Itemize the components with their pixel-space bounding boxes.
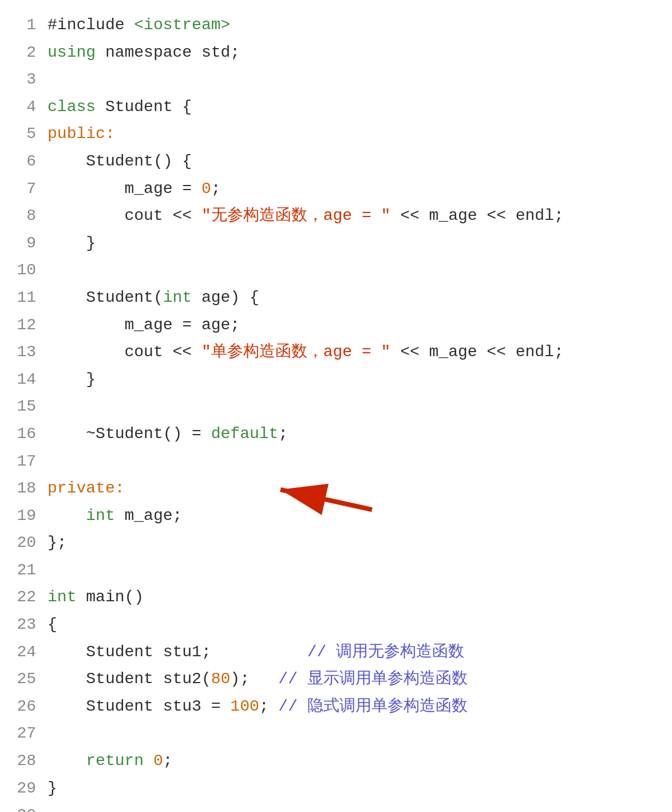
code-line: 10: [11, 257, 655, 284]
line-code: private:: [48, 475, 655, 502]
line-number: 24: [11, 638, 48, 666]
code-line: 14 }: [11, 366, 655, 393]
code-line: 24 Student stu1; // 调用无参构造函数: [11, 638, 655, 666]
line-code: Student stu1; // 调用无参构造函数: [48, 638, 655, 666]
line-number: 23: [11, 611, 48, 638]
code-line: 7 m_age = 0;: [11, 175, 655, 203]
line-code: Student stu3 = 100; // 隐式调用单参构造函数: [48, 693, 655, 720]
line-code: ~Student() = default;: [48, 420, 655, 448]
code-line: 28 return 0;: [11, 747, 655, 775]
line-number: 29: [11, 775, 48, 802]
code-line: 9 }: [11, 230, 655, 257]
line-number: 3: [11, 66, 48, 93]
line-code: return 0;: [48, 747, 655, 775]
line-number: 25: [11, 665, 48, 693]
line-code: }: [48, 775, 655, 802]
line-number: 9: [11, 230, 48, 257]
line-number: 11: [11, 284, 48, 312]
line-code: public:: [48, 120, 655, 148]
line-code: [48, 448, 655, 475]
main-container: 1#include <iostream>2using namespace std…: [0, 0, 672, 812]
line-number: 27: [11, 720, 48, 747]
line-code: cout << "单参构造函数，age = " << m_age << endl…: [48, 338, 655, 366]
line-number: 5: [11, 120, 48, 148]
line-code: [48, 720, 655, 747]
line-number: 18: [11, 475, 48, 502]
line-code: #include <iostream>: [48, 11, 655, 39]
line-number: 20: [11, 529, 48, 557]
line-number: 15: [11, 393, 48, 420]
line-number: 28: [11, 747, 48, 775]
code-line: 2using namespace std;: [11, 39, 655, 66]
line-code: {: [48, 611, 655, 638]
code-line: 4class Student {: [11, 93, 655, 121]
line-code: }: [48, 366, 655, 393]
line-number: 8: [11, 202, 48, 230]
line-code: [48, 802, 655, 812]
line-code: [48, 393, 655, 420]
code-line: 5public:: [11, 120, 655, 148]
line-number: 17: [11, 448, 48, 475]
line-code: [48, 557, 655, 584]
code-line: 16 ~Student() = default;: [11, 420, 655, 448]
code-line: 1#include <iostream>: [11, 11, 655, 39]
code-line: 27: [11, 720, 655, 747]
line-code: class Student {: [48, 93, 655, 121]
code-line: 18private:: [11, 475, 655, 502]
line-number: 2: [11, 39, 48, 66]
line-code: int m_age;: [48, 502, 655, 530]
code-line: 13 cout << "单参构造函数，age = " << m_age << e…: [11, 338, 655, 366]
line-code: Student stu2(80); // 显示调用单参构造函数: [48, 665, 655, 693]
line-number: 30: [11, 802, 48, 812]
line-number: 26: [11, 693, 48, 720]
line-number: 21: [11, 557, 48, 584]
code-line: 15: [11, 393, 655, 420]
code-line: 23{: [11, 611, 655, 638]
line-code: [48, 257, 655, 284]
line-code: cout << "无参构造函数，age = " << m_age << endl…: [48, 202, 655, 230]
line-number: 14: [11, 366, 48, 393]
line-number: 1: [11, 11, 48, 39]
code-line: 3: [11, 66, 655, 93]
code-line: 29}: [11, 775, 655, 802]
line-number: 6: [11, 148, 48, 175]
code-line: 20};: [11, 529, 655, 557]
line-code: int main(): [48, 584, 655, 611]
line-number: 22: [11, 584, 48, 611]
code-table: 1#include <iostream>2using namespace std…: [11, 11, 655, 812]
line-number: 16: [11, 420, 48, 448]
code-line: 25 Student stu2(80); // 显示调用单参构造函数: [11, 665, 655, 693]
code-line: 17: [11, 448, 655, 475]
line-code: using namespace std;: [48, 39, 655, 66]
code-line: 22int main(): [11, 584, 655, 611]
line-code: Student(int age) {: [48, 284, 655, 312]
line-number: 7: [11, 175, 48, 203]
line-code: m_age = 0;: [48, 175, 655, 203]
code-line: 19 int m_age;: [11, 502, 655, 530]
code-line: 26 Student stu3 = 100; // 隐式调用单参构造函数: [11, 693, 655, 720]
line-number: 12: [11, 312, 48, 339]
line-number: 19: [11, 502, 48, 530]
code-section: 1#include <iostream>2using namespace std…: [0, 0, 672, 812]
code-line: 30: [11, 802, 655, 812]
line-code: };: [48, 529, 655, 557]
code-line: 12 m_age = age;: [11, 312, 655, 339]
line-code: [48, 66, 655, 93]
line-code: m_age = age;: [48, 312, 655, 339]
line-code: }: [48, 230, 655, 257]
code-line: 8 cout << "无参构造函数，age = " << m_age << en…: [11, 202, 655, 230]
code-line: 11 Student(int age) {: [11, 284, 655, 312]
code-line: 21: [11, 557, 655, 584]
line-number: 10: [11, 257, 48, 284]
line-code: Student() {: [48, 148, 655, 175]
line-number: 13: [11, 338, 48, 366]
line-number: 4: [11, 93, 48, 121]
code-line: 6 Student() {: [11, 148, 655, 175]
